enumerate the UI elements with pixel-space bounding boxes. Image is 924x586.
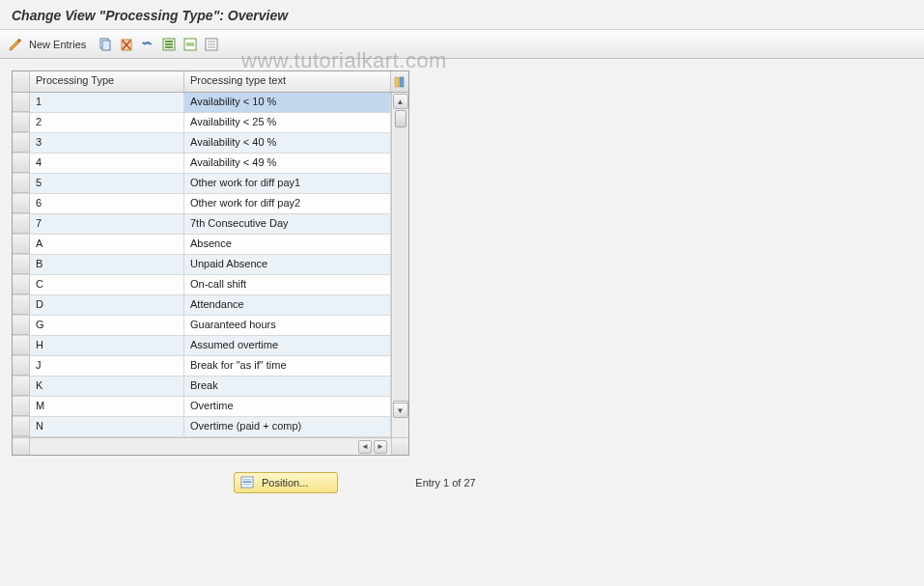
table-row[interactable]: COn-call shift [13, 275, 391, 295]
cell-text[interactable]: Availability < 10 % [184, 93, 391, 112]
deselect-all-icon[interactable] [204, 37, 219, 52]
table-row[interactable]: 1Availability < 10 % [13, 93, 391, 113]
table-body: 1Availability < 10 %2Availability < 25 %… [13, 93, 408, 437]
cell-type[interactable]: 4 [30, 153, 184, 173]
cell-text[interactable]: On-call shift [184, 275, 391, 294]
row-selector[interactable] [13, 153, 30, 173]
cell-type[interactable]: 3 [30, 133, 184, 153]
cell-type[interactable]: C [30, 275, 184, 294]
undo-icon[interactable] [140, 37, 155, 52]
row-selector[interactable] [13, 235, 30, 254]
cell-type[interactable]: G [30, 316, 184, 335]
column-header-type[interactable]: Processing Type [30, 71, 184, 92]
cell-text[interactable]: Guaranteed hours [184, 316, 391, 335]
change-display-icon[interactable] [8, 37, 23, 52]
scroll-down-button[interactable]: ▼ [393, 403, 408, 418]
table-row[interactable]: DAttendance [13, 295, 391, 316]
svg-rect-17 [243, 482, 252, 484]
row-selector[interactable] [13, 113, 30, 132]
table-row[interactable]: 6Other work for diff pay2 [13, 194, 391, 214]
row-selector[interactable] [13, 174, 30, 193]
cell-type[interactable]: K [30, 377, 184, 396]
cell-text[interactable]: Other work for diff pay2 [184, 194, 391, 213]
cell-text[interactable]: Assumed overtime [184, 336, 391, 355]
cell-type[interactable]: 2 [30, 113, 184, 132]
cell-type[interactable]: B [30, 255, 184, 274]
select-all-icon[interactable] [161, 37, 177, 52]
table-row[interactable]: 77th Consecutive Day [13, 214, 391, 235]
table-row[interactable]: 2Availability < 25 % [13, 113, 391, 133]
cell-text[interactable]: Break [184, 377, 391, 396]
row-selector[interactable] [13, 275, 30, 294]
page-title: Change View "Processing Type": Overview [12, 8, 288, 23]
cell-text[interactable]: Overtime (paid + comp) [184, 417, 391, 436]
row-selector[interactable] [13, 194, 30, 213]
position-button[interactable]: Position... [234, 472, 338, 493]
cell-text[interactable]: Other work for diff pay1 [184, 174, 391, 193]
table-row[interactable]: BUnpaid Absence [13, 255, 391, 275]
row-selector[interactable] [13, 295, 30, 315]
svg-rect-5 [165, 43, 173, 45]
cell-text[interactable]: Availability < 40 % [184, 133, 391, 153]
table-row[interactable]: KBreak [13, 377, 391, 397]
row-selector[interactable] [13, 214, 30, 234]
table-row[interactable]: NOvertime (paid + comp) [13, 417, 391, 437]
cell-text[interactable]: Availability < 49 % [184, 153, 391, 173]
svg-rect-14 [400, 77, 404, 87]
cell-text[interactable]: 7th Consecutive Day [184, 214, 391, 234]
cell-text[interactable]: Unpaid Absence [184, 255, 391, 274]
cell-type[interactable]: D [30, 295, 184, 315]
row-selector[interactable] [13, 417, 30, 436]
svg-rect-4 [165, 41, 173, 42]
cell-type[interactable]: N [30, 417, 184, 436]
cell-type[interactable]: J [30, 356, 184, 376]
table-row[interactable]: 4Availability < 49 % [13, 153, 391, 174]
cell-type[interactable]: A [30, 235, 184, 254]
row-selector[interactable] [13, 133, 30, 153]
toolbar: New Entries [0, 30, 924, 59]
scroll-track[interactable] [394, 110, 407, 401]
row-selector[interactable] [13, 377, 30, 396]
row-selector[interactable] [13, 397, 30, 416]
row-selector[interactable] [13, 316, 30, 335]
cell-type[interactable]: M [30, 397, 184, 416]
table-corner[interactable] [13, 71, 30, 92]
row-selector[interactable] [13, 336, 30, 355]
delete-icon[interactable] [119, 37, 134, 52]
hscroll-track[interactable]: ◄ ► [30, 438, 391, 455]
hscroll-right-button[interactable]: ► [374, 440, 387, 454]
cell-type[interactable]: 6 [30, 194, 184, 213]
column-header-text[interactable]: Processing type text [184, 71, 391, 92]
row-selector[interactable] [13, 356, 30, 376]
svg-rect-12 [208, 46, 215, 48]
cell-text[interactable]: Absence [184, 235, 391, 254]
data-table: Processing Type Processing type text 1Av… [12, 70, 409, 456]
cell-text[interactable]: Attendance [184, 295, 391, 315]
cell-type[interactable]: H [30, 336, 184, 355]
table-row[interactable]: HAssumed overtime [13, 336, 391, 356]
hscroll-corner-right [391, 438, 408, 455]
svg-rect-11 [208, 43, 215, 45]
cell-text[interactable]: Break for "as if" time [184, 356, 391, 376]
row-selector[interactable] [13, 255, 30, 274]
copy-icon[interactable] [98, 37, 113, 52]
new-entries-button[interactable]: New Entries [29, 39, 86, 50]
table-row[interactable]: JBreak for "as if" time [13, 356, 391, 377]
table-row[interactable]: MOvertime [13, 397, 391, 417]
cell-type[interactable]: 1 [30, 93, 184, 112]
hscroll-left-button[interactable]: ◄ [358, 440, 372, 454]
cell-text[interactable]: Availability < 25 % [184, 113, 391, 132]
table-row[interactable]: AAbsence [13, 235, 391, 255]
row-selector[interactable] [13, 93, 30, 112]
cell-type[interactable]: 5 [30, 174, 184, 193]
select-block-icon[interactable] [182, 37, 198, 52]
vertical-scrollbar[interactable]: ▲ ▲ ▼ [391, 93, 408, 437]
table-row[interactable]: GGuaranteed hours [13, 316, 391, 336]
scroll-up-button[interactable]: ▲ [393, 94, 408, 109]
cell-text[interactable]: Overtime [184, 397, 391, 416]
table-row[interactable]: 3Availability < 40 % [13, 133, 391, 153]
scroll-thumb[interactable] [395, 110, 406, 127]
table-row[interactable]: 5Other work for diff pay1 [13, 174, 391, 194]
table-settings-icon[interactable] [391, 71, 408, 92]
cell-type[interactable]: 7 [30, 214, 184, 234]
